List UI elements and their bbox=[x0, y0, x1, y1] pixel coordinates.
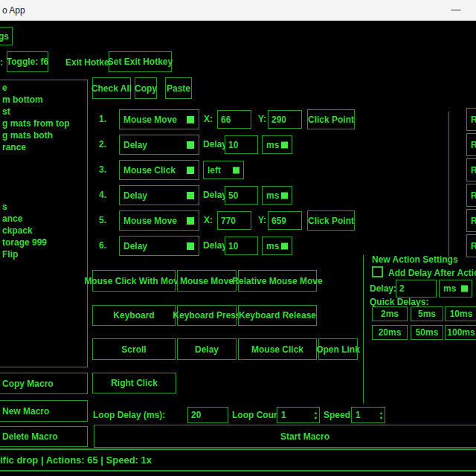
start-macro-button[interactable]: Start Macro bbox=[94, 425, 476, 448]
panel-divider bbox=[448, 112, 449, 257]
dropdown-indicator-icon bbox=[187, 116, 194, 123]
x-input[interactable] bbox=[217, 110, 251, 129]
new-macro-button[interactable]: New Macro bbox=[0, 400, 88, 422]
quick-delay-50ms-button[interactable]: 50ms bbox=[411, 325, 443, 340]
delete-macro-button[interactable]: Delete Macro bbox=[0, 426, 88, 447]
quick-delay-20ms-button[interactable]: 20ms bbox=[372, 325, 408, 340]
speed-stepper[interactable]: 1 ▴▾ bbox=[351, 407, 385, 423]
mouse-button-dropdown[interactable]: left bbox=[203, 161, 244, 179]
minimize-icon[interactable]: — bbox=[445, 1, 467, 19]
spinner-up-icon[interactable]: ▴ bbox=[380, 411, 382, 415]
delay-unit-value: ms bbox=[266, 140, 279, 150]
action-type-value: Mouse Move bbox=[123, 216, 177, 226]
action-row: 3. Mouse Click left R bbox=[0, 160, 476, 180]
copy-macro-button[interactable]: Copy Macro bbox=[0, 373, 88, 394]
delay-unit-dropdown[interactable]: ms bbox=[262, 135, 292, 154]
add-right-click-button[interactable]: Right Click bbox=[92, 373, 176, 393]
click-point-button[interactable]: Click Point bbox=[307, 210, 355, 231]
loop-delay-label: Loop Delay (ms): bbox=[93, 410, 165, 420]
add-mouse-move-button[interactable]: Mouse Move bbox=[177, 270, 237, 292]
toggle-hotkey-button[interactable]: Toggle: f6 bbox=[7, 51, 48, 72]
add-mouse-click-with-move-button[interactable]: Mouse Click With Move bbox=[92, 270, 176, 292]
set-exit-hotkey-button[interactable]: Set Exit Hotkey bbox=[109, 51, 172, 72]
add-scroll-button[interactable]: Scroll bbox=[92, 338, 176, 360]
paste-button[interactable]: Paste bbox=[165, 77, 192, 99]
y-label: Y: bbox=[258, 114, 266, 124]
action-type-dropdown[interactable]: Mouse Click bbox=[119, 160, 199, 180]
y-input[interactable] bbox=[268, 211, 302, 230]
quick-delay-5ms-button[interactable]: 5ms bbox=[411, 306, 443, 321]
y-input[interactable] bbox=[268, 110, 302, 129]
action-number: 5. bbox=[99, 215, 106, 225]
action-type-dropdown[interactable]: Delay bbox=[119, 135, 199, 155]
x-input[interactable] bbox=[217, 211, 251, 230]
delay-unit-dropdown[interactable]: ms bbox=[262, 186, 292, 205]
spinner-up-icon[interactable]: ▴ bbox=[315, 411, 317, 415]
action-type-value: Mouse Click bbox=[123, 165, 176, 176]
x-label: X: bbox=[204, 114, 213, 124]
spinner-down-icon[interactable]: ▾ bbox=[380, 416, 382, 420]
dropdown-indicator-icon bbox=[187, 167, 194, 174]
delay-unit-value: ms bbox=[266, 190, 279, 201]
action-type-dropdown[interactable]: Delay bbox=[119, 185, 199, 205]
delay-unit-value: ms bbox=[266, 241, 279, 251]
remove-action-button[interactable]: R bbox=[466, 158, 476, 181]
x-label: X: bbox=[204, 215, 213, 225]
delay-input[interactable] bbox=[225, 237, 258, 255]
add-mouse-click-button[interactable]: Mouse Click bbox=[238, 338, 317, 360]
quick-delay-100ms-button[interactable]: 100ms bbox=[445, 325, 476, 340]
delay-unit-dropdown[interactable]: ms bbox=[262, 237, 292, 255]
remove-action-button[interactable]: R bbox=[466, 184, 476, 207]
delay-input[interactable] bbox=[225, 135, 258, 154]
settings-delay-unit-dropdown[interactable]: ms bbox=[439, 280, 472, 298]
add-relative-mouse-move-button[interactable]: Relative Mouse Move bbox=[238, 270, 317, 292]
settings-delay-unit-value: ms bbox=[443, 283, 456, 294]
tab-settings[interactable]: gs bbox=[0, 27, 13, 45]
spinner-buttons[interactable]: ▴▾ bbox=[315, 408, 317, 422]
action-row: 2. Delay Delay: ms R bbox=[0, 135, 476, 155]
quick-delays-label: Quick Delays: bbox=[370, 297, 428, 307]
add-delay-checkbox-label: Add Delay After Action bbox=[388, 268, 476, 278]
dropdown-indicator-icon bbox=[281, 192, 288, 199]
window-title: o App bbox=[2, 5, 25, 16]
action-number: 2. bbox=[99, 139, 106, 149]
speed-value: 1 bbox=[356, 410, 361, 420]
add-delay-checkbox[interactable] bbox=[372, 266, 383, 277]
remove-action-button[interactable]: R bbox=[466, 234, 476, 257]
add-keyboard-release-button[interactable]: Keyboard Release bbox=[238, 305, 317, 326]
macro-list-item[interactable]: e bbox=[0, 82, 87, 94]
click-point-button[interactable]: Click Point bbox=[307, 109, 355, 129]
quick-delay-10ms-button[interactable]: 10ms bbox=[445, 306, 476, 321]
dropdown-indicator-icon bbox=[187, 141, 194, 149]
titlebar: o App — bbox=[0, 0, 476, 21]
loop-count-stepper[interactable]: 1 ▴▾ bbox=[277, 407, 320, 423]
action-number: 3. bbox=[99, 164, 106, 175]
loop-delay-input[interactable] bbox=[187, 407, 228, 423]
action-number: 6. bbox=[99, 240, 106, 251]
spinner-down-icon[interactable]: ▾ bbox=[315, 416, 317, 420]
action-type-dropdown[interactable]: Mouse Move bbox=[119, 109, 199, 129]
action-type-value: Delay bbox=[123, 241, 147, 251]
add-keyboard-press-button[interactable]: Keyboard Press bbox=[177, 305, 237, 326]
action-type-dropdown[interactable]: Delay bbox=[119, 236, 199, 256]
delay-input[interactable] bbox=[225, 186, 258, 205]
settings-delay-input[interactable] bbox=[396, 280, 437, 298]
macro-list-item[interactable]: m bottom bbox=[0, 94, 87, 106]
speed-label: Speed: bbox=[324, 410, 353, 420]
add-keyboard-button[interactable]: Keyboard bbox=[92, 305, 176, 326]
add-delay-button[interactable]: Delay bbox=[177, 338, 237, 360]
copy-button[interactable]: Copy bbox=[135, 77, 157, 99]
quick-delay-2ms-button[interactable]: 2ms bbox=[372, 306, 408, 321]
mouse-button-value: left bbox=[208, 165, 221, 176]
action-type-value: Delay bbox=[123, 190, 147, 201]
add-open-link-button[interactable]: Open Link bbox=[318, 338, 358, 360]
remove-action-button[interactable]: R bbox=[466, 209, 476, 232]
action-row: 6. Delay Delay: ms R bbox=[0, 236, 476, 256]
action-number: 4. bbox=[99, 190, 106, 200]
check-all-button[interactable]: Check All bbox=[92, 77, 131, 99]
remove-action-button[interactable]: R bbox=[466, 133, 476, 156]
action-type-dropdown[interactable]: Mouse Move bbox=[119, 210, 199, 231]
spinner-buttons[interactable]: ▴▾ bbox=[380, 408, 382, 422]
remove-action-button[interactable]: R bbox=[466, 108, 476, 131]
toggle-hotkey-label: : bbox=[0, 57, 3, 68]
